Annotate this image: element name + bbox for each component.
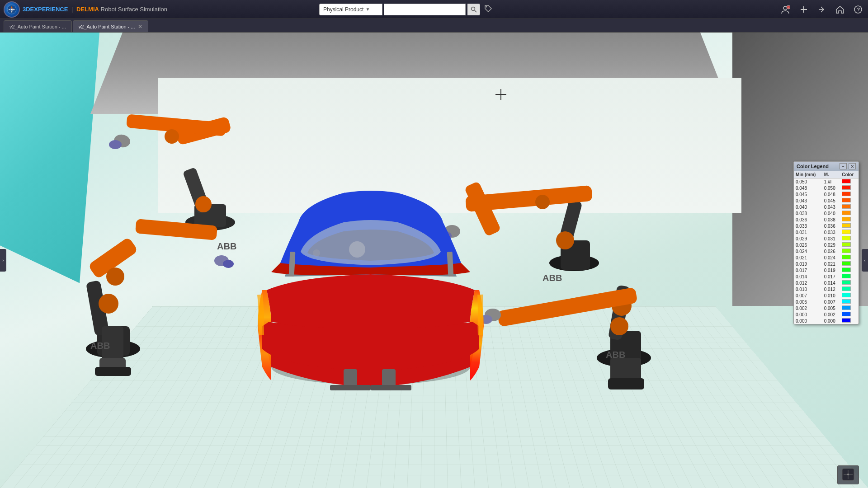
legend-min-val: 0.010 [794,286,822,292]
svg-point-21 [165,129,179,144]
legend-col-m: M. [822,171,840,178]
legend-min-val: 0.033 [794,223,822,229]
scene-background: ABB [0,33,868,488]
user-profile-button[interactable]: + [778,3,792,16]
legend-minimize-button[interactable]: − [840,163,847,169]
legend-color-swatch [840,248,859,254]
robot-front-left: ABB [86,219,234,376]
legend-close-button[interactable]: ✕ [849,163,856,169]
legend-color-swatch [840,273,859,280]
svg-rect-65 [371,385,411,390]
legend-col-min: Min (mm) [794,171,822,178]
legend-color-swatch [840,223,859,229]
legend-header-buttons: − ✕ [840,163,856,169]
add-button[interactable] [797,3,810,16]
legend-min-val: 0.000 [794,318,822,324]
legend-color-swatch [840,204,859,210]
legend-m-val: 0.038 [822,216,840,223]
car-body [258,191,484,390]
scene-svg: ABB [0,33,868,488]
legend-color-swatch [840,299,859,305]
tab-2-close-icon[interactable]: ✕ [138,23,142,30]
svg-rect-64 [330,385,371,390]
legend-color-swatch [840,216,859,223]
legend-row: 0.014 0.017 [794,273,859,280]
legend-min-val: 0.043 [794,197,822,204]
right-toggle-icon: ‹ [864,258,865,263]
legend-m-val: 0.021 [822,261,840,267]
legend-row: 0.012 0.014 [794,280,859,286]
tab-2-label: v2_Auto Paint Station - ... [79,24,135,29]
legend-color-swatch [840,210,859,216]
legend-row: 0.021 0.024 [794,254,859,261]
svg-point-31 [106,267,124,286]
svg-rect-63 [382,369,396,387]
legend-row: 0.026 0.029 [794,242,859,248]
color-legend-panel: Color Legend − ✕ Min (mm) M. Color 0.050… [793,161,859,324]
legend-row: 0.005 0.007 [794,299,859,305]
legend-row: 0.031 0.033 [794,229,859,235]
search-type-dropdown[interactable]: Physical Product ▼ [319,4,382,15]
svg-point-71 [847,474,849,475]
svg-point-43 [556,231,574,249]
right-sidebar-toggle[interactable]: ‹ [862,249,868,272]
svg-rect-62 [344,369,357,387]
cursor-indicator [495,89,506,100]
legend-row: 0.019 0.021 [794,261,859,267]
legend-color-swatch [840,261,859,267]
color-legend-title: Color Legend [797,164,829,169]
tab-2[interactable]: v2_Auto Paint Station - ... ✕ [73,20,148,32]
svg-point-1 [11,9,13,10]
legend-min-val: 0.014 [794,273,822,280]
legend-color-swatch [840,178,859,185]
search-area: Physical Product ▼ [319,2,495,17]
search-button[interactable] [467,4,480,15]
dropdown-arrow-icon: ▼ [365,7,370,12]
legend-min-val: 0.007 [794,292,822,299]
share-button[interactable] [816,3,828,16]
app-title: 3DEXPERIENCE | DELMIA Robot Surface Simu… [23,6,167,13]
svg-point-4 [486,6,487,7]
tag-button[interactable] [482,2,495,17]
legend-min-val: 0.029 [794,235,822,242]
legend-row: 0.036 0.038 [794,216,859,223]
svg-point-55 [610,317,628,335]
svg-point-2 [471,7,475,10]
legend-color-swatch [840,318,859,324]
legend-color-swatch [840,185,859,191]
legend-m-val: 0.017 [822,273,840,280]
legend-color-swatch [840,191,859,197]
svg-text:?: ? [857,7,860,12]
bottom-controls [837,465,859,484]
help-button[interactable]: ? [852,3,864,16]
legend-color-swatch [840,305,859,311]
legend-min-val: 0.012 [794,280,822,286]
legend-m-val: 0.048 [822,191,840,197]
svg-rect-34 [95,367,131,376]
svg-point-20 [195,196,212,212]
legend-row: 0.017 0.019 [794,267,859,273]
legend-row: 0.045 0.048 [794,191,859,197]
legend-color-swatch [840,242,859,248]
legend-min-val: 0.017 [794,267,822,273]
svg-text:ABB: ABB [542,273,562,283]
svg-point-19 [109,140,122,149]
header: 3DEXPERIENCE | DELMIA Robot Surface Simu… [0,0,868,19]
tab-1-label: v2_Auto Paint Station - ... [9,24,66,29]
home-button[interactable] [834,3,846,16]
legend-row: 0.048 0.050 [794,185,859,191]
svg-text:ABB: ABB [217,241,236,251]
legend-row: 0.040 0.043 [794,204,859,210]
svg-point-44 [535,195,550,209]
color-legend-header: Color Legend − ✕ [794,162,859,171]
coordinates-display [837,465,859,484]
legend-row: 0.043 0.045 [794,197,859,204]
search-input[interactable] [384,4,466,15]
tab-1[interactable]: v2_Auto Paint Station - ... [4,20,72,32]
legend-color-swatch [840,280,859,286]
legend-row: 0.002 0.005 [794,305,859,311]
left-sidebar-toggle[interactable]: › [0,249,6,272]
legend-min-val: 0.048 [794,185,822,191]
left-toggle-icon: › [2,258,4,263]
color-legend-table: Min (mm) M. Color 0.050 1.#I 0.048 0.050… [794,171,859,324]
